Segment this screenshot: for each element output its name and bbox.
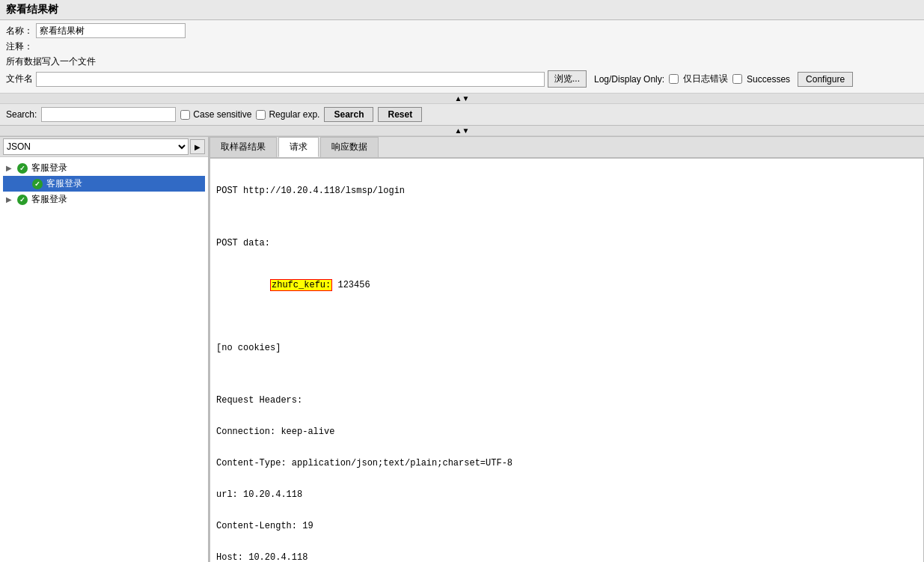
request-line6: [no cookies] [216,343,917,353]
tree-node-label: 客服登录 [31,162,67,174]
status-icon: ✓ [31,178,43,190]
expand-button[interactable]: ▶ [190,139,205,154]
divider-arrow[interactable]: ▲▼ [0,94,924,104]
regular-exp-checkbox[interactable] [256,110,266,120]
tree-header: JSON Text RegExp Tester CSS/JQuery Teste… [0,137,208,157]
tree-body: ▶ ✓ 客服登录 ✓ 客服登录 ▶ [0,157,208,562]
request-line1: POST http://10.20.4.118/lsmsp/login [216,186,917,196]
config-panel: 名称： 注释： 所有数据写入一个文件 文件名 浏览... Log/Display… [0,20,924,94]
status-icon: ✓ [16,162,28,174]
highlighted-keyword: zhufc_kefu: [270,279,332,291]
name-input[interactable] [36,23,186,38]
case-sensitive-label: Case sensitive [180,109,251,120]
format-select[interactable]: JSON Text RegExp Tester CSS/JQuery Teste… [3,138,189,155]
page-title: 察看结果树 [6,3,918,16]
request-line3: POST data: [216,238,917,248]
name-label: 名称： [6,25,36,37]
regular-exp-label: Regular exp. [256,109,319,120]
search-button[interactable]: Search [324,107,373,122]
reset-button[interactable]: Reset [378,107,422,122]
request-line13: Host: 10.20.4.118 [216,552,917,562]
title-bar: 察看结果树 [0,0,924,20]
request-line12: Content-Length: 19 [216,521,917,531]
tree-item[interactable]: ▶ ✓ 客服登录 [3,160,205,176]
tab-content: POST http://10.20.4.118/lsmsp/login POST… [209,158,924,562]
tabs-bar: 取样器结果 请求 响应数据 [209,137,924,158]
log-options: Log/Display Only: 仅日志错误 Successes Config… [594,72,853,87]
request-line10: Content-Type: application/json;text/plai… [216,458,917,468]
search-input[interactable] [41,107,176,122]
status-icon: ✓ [16,194,28,206]
tab-request[interactable]: 请求 [278,137,319,157]
search-bar: Search: Case sensitive Regular exp. Sear… [0,104,924,126]
tree-item[interactable]: ✓ 客服登录 [3,176,205,192]
tab-response-data[interactable]: 响应数据 [320,137,379,157]
toggle-icon: ▶ [6,195,16,204]
request-line4-suffix: 123456 [332,280,370,290]
left-panel: JSON Text RegExp Tester CSS/JQuery Teste… [0,137,209,562]
all-data-label: 所有数据写入一个文件 [6,55,96,68]
log-display-label: Log/Display Only: [594,74,664,85]
successes-checkbox[interactable] [732,74,742,84]
tree-item[interactable]: ▶ ✓ 客服登录 [3,192,205,207]
toggle-icon: ▶ [6,164,16,172]
search-label: Search: [6,109,37,120]
case-sensitive-checkbox[interactable] [180,110,190,120]
right-panel: 取样器结果 请求 响应数据 POST http://10.20.4.118/ls… [209,137,924,562]
log-errors-checkbox[interactable] [669,74,679,84]
main-container: 察看结果树 名称： 注释： 所有数据写入一个文件 文件名 浏览... Log/D… [0,0,924,562]
log-errors-label: 仅日志错误 [683,73,728,85]
comment-label: 注释： [6,40,36,53]
request-line9: Connection: keep-alive [216,427,917,437]
tree-node-label: 客服登录 [31,193,67,206]
request-line8: Request Headers: [216,395,917,406]
successes-label: Successes [747,74,790,85]
browse-button[interactable]: 浏览... [548,70,587,88]
tab-sampler-result[interactable]: 取样器结果 [209,137,277,157]
file-label: 文件名 [6,73,33,85]
tree-node-label-selected: 客服登录 [46,177,82,190]
configure-button[interactable]: Configure [798,72,853,87]
request-line11: url: 10.20.4.118 [216,489,917,500]
content-area: JSON Text RegExp Tester CSS/JQuery Teste… [0,136,924,562]
request-line4: zhufc_kefu: 123456 [216,269,917,301]
file-input[interactable] [36,72,545,87]
content-divider[interactable]: ▲▼ [0,126,924,136]
